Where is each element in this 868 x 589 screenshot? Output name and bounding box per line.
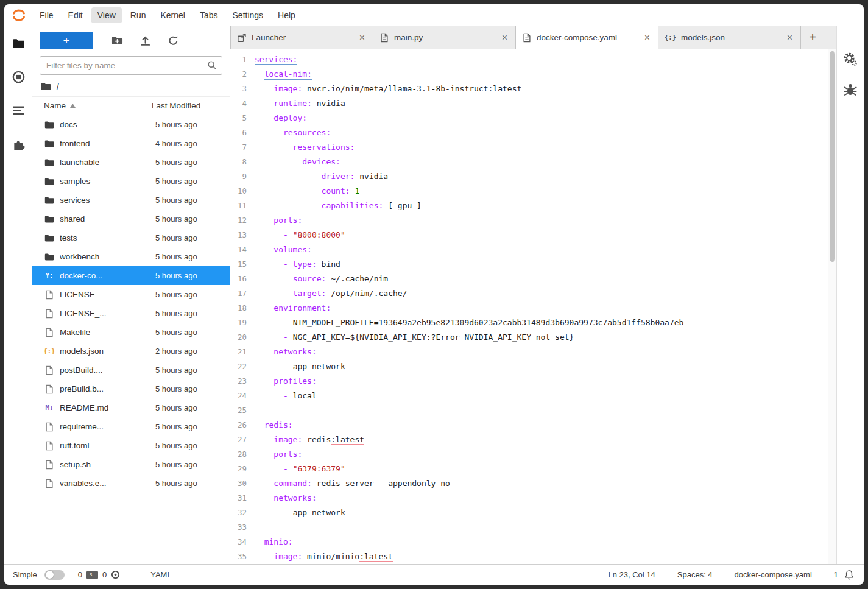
editor-line[interactable]: 15 - type: bind [230,257,836,272]
editor-line[interactable]: 22 - app-network [230,359,836,374]
code-editor[interactable]: 1services:2 local-nim:3 image: nvcr.io/n… [230,49,836,564]
column-last-modified[interactable]: Last Modified [152,101,224,110]
file-row[interactable]: ruff.toml5 hours ago [32,436,230,455]
file-row[interactable]: LICENSE_...5 hours ago [32,304,230,323]
editor-line[interactable]: 14 volumes: [230,242,836,257]
scrollbar-thumb[interactable] [830,51,835,262]
editor-line[interactable]: 34 minio: [230,535,836,549]
file-row[interactable]: docs5 hours ago [32,115,230,134]
folder-icon[interactable] [12,37,25,50]
terminal-count[interactable]: 0 [78,570,82,579]
editor-line[interactable]: 19 - NIM_MODEL_PROFILE=193649a2eb95e8213… [230,316,836,330]
file-row[interactable]: tests5 hours ago [32,228,230,247]
close-icon[interactable]: × [358,32,367,44]
file-row[interactable]: preBuild.b...5 hours ago [32,379,230,398]
simple-mode-toggle[interactable] [44,570,65,580]
editor-line[interactable]: 8 devices: [230,155,836,169]
editor-line[interactable]: 5 deploy: [230,111,836,125]
tab-launcher[interactable]: Launcher× [231,26,373,49]
file-row[interactable]: postBuild....5 hours ago [32,361,230,379]
file-row[interactable]: variables.e...5 hours ago [32,474,230,493]
close-icon[interactable]: × [500,32,509,44]
editor-line[interactable]: 4 runtime: nvidia [230,96,836,111]
add-tab-button[interactable]: + [801,26,824,49]
file-row[interactable]: Y:docker-co...5 hours ago [32,266,230,285]
editor-line[interactable]: 10 count: 1 [230,184,836,199]
file-row[interactable]: frontend4 hours ago [32,134,230,153]
language-indicator[interactable]: YAML [150,570,171,579]
file-row[interactable]: services5 hours ago [32,191,230,210]
editor-line[interactable]: 28 ports: [230,447,836,462]
file-row[interactable]: Makefile5 hours ago [32,323,230,342]
file-row[interactable]: {:}models.json2 hours ago [32,342,230,361]
editor-line[interactable]: 27 image: redis:latest [230,432,836,447]
file-row[interactable]: requireme...5 hours ago [32,417,230,436]
notifications[interactable]: 1 [834,570,854,580]
editor-line[interactable]: 17 target: /opt/nim/.cache/ [230,286,836,301]
kernel-count[interactable]: 0 [102,570,107,579]
editor-line[interactable]: 33 [230,520,836,535]
menu-run[interactable]: Run [124,7,153,23]
upload-icon[interactable] [139,35,151,46]
extensions-icon[interactable] [12,138,25,150]
breadcrumb-folder-icon[interactable] [41,82,51,91]
line-number: 13 [230,228,255,242]
menu-view[interactable]: View [91,7,122,23]
close-icon[interactable]: × [785,32,794,44]
filter-files-input[interactable] [40,56,222,75]
running-counts[interactable]: 0 s_ 0 [78,570,120,579]
editor-line[interactable]: 2 local-nim: [230,67,836,82]
editor-line[interactable]: 29 - "6379:6379" [230,462,836,476]
editor-scrollbar[interactable] [828,49,836,564]
running-icon[interactable] [12,71,25,83]
menu-edit[interactable]: Edit [62,7,90,23]
editor-line[interactable]: 16 source: ~/.cache/nim [230,272,836,286]
new-folder-icon[interactable] [111,35,123,46]
cursor-position[interactable]: Ln 23, Col 14 [608,570,655,579]
tab-models-json[interactable]: {:}models.json× [658,26,801,49]
editor-line[interactable]: 25 [230,403,836,418]
file-row[interactable]: LICENSE5 hours ago [32,285,230,304]
breadcrumb-root[interactable]: / [57,82,59,91]
menu-file[interactable]: File [33,7,60,23]
close-icon[interactable]: × [643,32,652,44]
file-row[interactable]: M↓README.md5 hours ago [32,398,230,417]
editor-line[interactable]: 30 command: redis-server --appendonly no [230,476,836,491]
tab-docker-compose-yaml[interactable]: docker-compose.yaml× [516,26,658,49]
editor-line[interactable]: 6 resources: [230,125,836,140]
editor-line[interactable]: 35 image: minio/minio:latest [230,549,836,564]
column-name[interactable]: Name [44,101,152,110]
menu-tabs[interactable]: Tabs [193,7,225,23]
editor-line[interactable]: 31 networks: [230,491,836,506]
file-modified: 5 hours ago [155,309,224,318]
menu-help[interactable]: Help [271,7,302,23]
editor-line[interactable]: 23 profiles: [230,374,836,389]
editor-line[interactable]: 11 capabilities: [ gpu ] [230,199,836,213]
menu-kernel[interactable]: Kernel [153,7,191,23]
file-row[interactable]: shared5 hours ago [32,210,230,228]
editor-line[interactable]: 24 - local [230,389,836,403]
editor-line[interactable]: 20 - NGC_API_KEY=${NVIDIA_API_KEY:?Error… [230,330,836,345]
new-launcher-button[interactable]: + [40,32,93,49]
editor-line[interactable]: 18 environment: [230,301,836,316]
editor-line[interactable]: 9 - driver: nvidia [230,169,836,184]
editor-line[interactable]: 1services: [230,52,836,67]
file-row[interactable]: setup.sh5 hours ago [32,455,230,474]
editor-line[interactable]: 26 redis: [230,418,836,432]
indentation-indicator[interactable]: Spaces: 4 [677,570,713,579]
editor-line[interactable]: 3 image: nvcr.io/nim/meta/llama-3.1-8b-i… [230,82,836,96]
file-row[interactable]: workbench5 hours ago [32,247,230,266]
editor-line[interactable]: 32 - app-network [230,506,836,520]
debugger-icon[interactable] [843,82,858,97]
file-row[interactable]: launchable5 hours ago [32,153,230,172]
property-inspector-icon[interactable] [843,52,858,66]
refresh-icon[interactable] [168,35,179,46]
tab-main-py[interactable]: main.py× [373,26,516,49]
menu-settings[interactable]: Settings [226,7,270,23]
editor-line[interactable]: 7 reservations: [230,140,836,155]
file-row[interactable]: samples5 hours ago [32,172,230,191]
editor-line[interactable]: 21 networks: [230,345,836,359]
editor-line[interactable]: 12 ports: [230,213,836,228]
editor-line[interactable]: 13 - "8000:8000" [230,228,836,242]
toc-icon[interactable] [12,104,25,117]
